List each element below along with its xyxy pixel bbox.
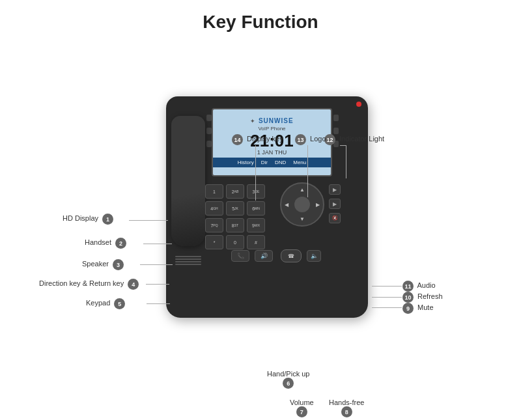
connector-logo-down (307, 145, 308, 197)
connector-keypad (147, 303, 170, 304)
menu-history: History (235, 159, 257, 166)
key-0[interactable]: 0 (226, 235, 244, 249)
connector-refresh (372, 297, 402, 298)
label-hands-free: Hands-free 8 (329, 399, 364, 417)
connector-hd-display (129, 220, 168, 221)
label-mute: 9 Mute (402, 303, 434, 314)
key-star[interactable]: * (205, 235, 223, 249)
label-refresh: 10 Refresh (402, 292, 443, 303)
brand-logo: ✦ SUNWISE (250, 117, 293, 124)
menu-dnd: DND (272, 159, 289, 166)
key-3[interactable]: 3DE (247, 184, 265, 199)
nav-up-icon: ▲ (300, 187, 305, 193)
connector-handset (143, 244, 172, 244)
label-hand-pickup: Hand/Pick up 6 (267, 370, 309, 389)
speaker-grille (175, 256, 201, 266)
speaker-line-4 (175, 264, 201, 265)
connector-speaker (140, 264, 173, 265)
key-1[interactable]: 1 (205, 184, 223, 199)
key-2[interactable]: 2AB (226, 184, 244, 199)
menu-menu: Menu (290, 159, 309, 166)
soft-key-right-2[interactable] (333, 128, 339, 134)
key-9[interactable]: 9WX (247, 218, 265, 232)
pickup-btn[interactable]: ☎ (281, 249, 302, 262)
label-speaker: Speaker 3 (82, 259, 124, 270)
screen-menu: History Dir DND Menu (213, 158, 331, 167)
connector-direction-key (146, 284, 169, 285)
soft-key-right-1[interactable] (333, 115, 339, 121)
key-hash[interactable]: # (247, 235, 265, 249)
speaker-line-3 (175, 261, 201, 262)
keypad: 1 2AB 3DE 4GH 5JK 6MN 7PQ 8ST 9WX * 0 # (205, 184, 265, 249)
hands-free-icon-btn[interactable]: 🔊 (255, 250, 273, 262)
label-handset: Handset 2 (85, 238, 126, 249)
connector-audio (372, 286, 402, 287)
nav-right-icon: ▶ (316, 202, 320, 208)
soft-key-left-1[interactable] (206, 115, 212, 121)
key-5[interactable]: 5JK (226, 201, 244, 216)
page-title: Key Function (0, 0, 521, 38)
diagram-area: ✦ SUNWISE VoIP Phone 21:01 1 JAN THU His… (0, 38, 521, 420)
label-volume: Volume 7 (290, 399, 314, 417)
soft-keys-left (206, 115, 212, 147)
nav-down-icon: ▼ (300, 216, 305, 222)
speaker-line-2 (175, 259, 201, 260)
bottom-row: 📞 🔊 ☎ 🔈 (231, 249, 321, 262)
right-side-buttons: ▶ ▶ 🔇 (329, 184, 341, 223)
soft-key-left-2[interactable] (206, 128, 212, 134)
vol-btn[interactable]: 🔈 (307, 250, 321, 262)
key-4[interactable]: 4GH (205, 201, 223, 216)
label-direction-key: Direction key & Return key 4 (39, 279, 139, 290)
label-keypad: Keypad 5 (86, 298, 125, 309)
key-6[interactable]: 6MN (247, 201, 265, 216)
label-display-key: 14 Displsy key (232, 134, 283, 145)
screen-date: 1 JAN THU (257, 149, 287, 156)
nav-ring: ▲ ▼ ◀ ▶ (280, 182, 324, 227)
hand-icon-btn[interactable]: 📞 (231, 250, 249, 262)
refresh-btn[interactable]: ▶ (329, 199, 341, 209)
connector-mute (372, 307, 402, 308)
indicator-light (356, 102, 361, 107)
label-audio: 11 Audio (402, 281, 436, 292)
nav-left-icon: ◀ (285, 202, 289, 208)
key-8[interactable]: 8ST (226, 218, 244, 232)
label-logo: 13 Logo (295, 134, 326, 145)
menu-dir: Dir (259, 159, 270, 166)
key-7[interactable]: 7PQ (205, 218, 223, 232)
handset (171, 116, 205, 246)
mute-btn[interactable]: 🔇 (329, 213, 341, 223)
nav-cluster: ▲ ▼ ◀ ▶ (280, 182, 324, 227)
connector-display-key-down (255, 145, 256, 201)
speaker-line-1 (175, 256, 201, 257)
connector-indicator-v (346, 146, 346, 178)
audio-btn[interactable]: ▶ (329, 184, 341, 195)
soft-key-left-3[interactable] (206, 141, 212, 147)
nav-center[interactable] (294, 197, 310, 212)
label-indicator-light: 12 Indicator Light (324, 134, 384, 145)
label-hd-display: HD Display 1 (63, 214, 113, 225)
phone-body: ✦ SUNWISE VoIP Phone 21:01 1 JAN THU His… (166, 96, 368, 318)
